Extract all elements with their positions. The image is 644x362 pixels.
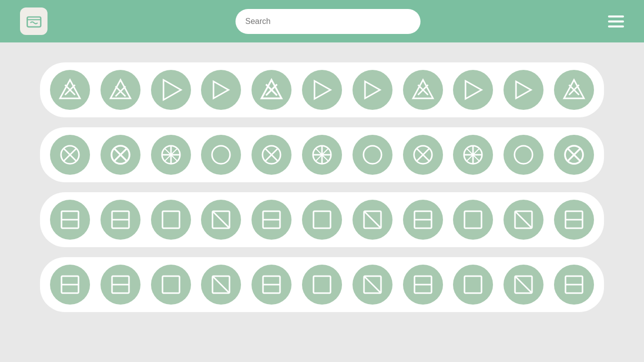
svg-marker-4: [110, 80, 130, 98]
laundry-icon[interactable]: [302, 200, 342, 240]
main-content: [0, 42, 644, 332]
svg-marker-7: [164, 80, 181, 100]
laundry-icon[interactable]: [100, 70, 140, 110]
laundry-icon[interactable]: [201, 265, 241, 305]
laundry-icon[interactable]: [50, 135, 90, 175]
laundry-icon[interactable]: [252, 70, 292, 110]
laundry-icon[interactable]: [302, 265, 342, 305]
laundry-icon[interactable]: [554, 135, 594, 175]
svg-marker-13: [365, 81, 380, 98]
svg-rect-88: [464, 276, 482, 293]
laundry-icon[interactable]: [453, 265, 493, 305]
laundry-icon[interactable]: [504, 135, 544, 175]
svg-line-71: [515, 211, 532, 228]
svg-point-51: [514, 146, 532, 164]
svg-rect-78: [162, 276, 180, 293]
icon-row-3: [40, 192, 604, 247]
laundry-icon[interactable]: [403, 135, 443, 175]
laundry-icon[interactable]: [201, 70, 241, 110]
laundry-icon[interactable]: [252, 135, 292, 175]
svg-line-90: [515, 276, 532, 293]
laundry-icon[interactable]: [403, 265, 443, 305]
svg-line-66: [364, 211, 381, 228]
laundry-icon[interactable]: [504, 265, 544, 305]
laundry-icon[interactable]: [504, 200, 544, 240]
svg-point-33: [212, 146, 230, 164]
svg-rect-64: [314, 211, 330, 228]
laundry-icon[interactable]: [50, 200, 90, 240]
laundry-icon[interactable]: [554, 70, 594, 110]
svg-point-42: [364, 146, 382, 164]
laundry-icon[interactable]: [50, 70, 90, 110]
laundry-icon[interactable]: [352, 200, 392, 240]
laundry-icon[interactable]: [100, 135, 140, 175]
svg-rect-0: [27, 17, 40, 27]
laundry-icon[interactable]: [352, 70, 392, 110]
search-input[interactable]: [236, 9, 420, 34]
laundry-icon[interactable]: [554, 265, 594, 305]
logo[interactable]: [20, 7, 48, 35]
svg-line-80: [212, 276, 230, 293]
laundry-icon[interactable]: [403, 200, 443, 240]
svg-marker-18: [516, 81, 531, 98]
svg-line-85: [364, 276, 381, 293]
laundry-icon[interactable]: [453, 135, 493, 175]
svg-rect-83: [314, 276, 330, 293]
laundry-icon[interactable]: [100, 200, 140, 240]
svg-line-61: [212, 211, 230, 228]
header: [0, 0, 644, 42]
icon-row-1: [40, 62, 604, 117]
icon-row-4: [40, 257, 604, 312]
laundry-icon[interactable]: [352, 135, 392, 175]
laundry-icon[interactable]: [252, 265, 292, 305]
svg-rect-59: [162, 211, 180, 228]
laundry-icon[interactable]: [504, 70, 544, 110]
laundry-icon[interactable]: [252, 200, 292, 240]
svg-marker-8: [214, 81, 228, 98]
laundry-icon[interactable]: [100, 265, 140, 305]
laundry-icon[interactable]: [302, 70, 342, 110]
laundry-icon[interactable]: [352, 265, 392, 305]
laundry-icon[interactable]: [201, 135, 241, 175]
laundry-icon[interactable]: [302, 135, 342, 175]
laundry-icon[interactable]: [151, 265, 191, 305]
laundry-icon[interactable]: [403, 70, 443, 110]
laundry-icon[interactable]: [201, 200, 241, 240]
svg-marker-12: [314, 81, 330, 99]
svg-marker-17: [466, 81, 482, 99]
laundry-icon[interactable]: [554, 200, 594, 240]
laundry-icon[interactable]: [151, 135, 191, 175]
laundry-icon[interactable]: [453, 200, 493, 240]
laundry-icon[interactable]: [151, 200, 191, 240]
laundry-icon[interactable]: [50, 265, 90, 305]
laundry-icon[interactable]: [453, 70, 493, 110]
svg-rect-69: [464, 211, 482, 228]
logo-icon: [25, 12, 43, 30]
laundry-icon[interactable]: [151, 70, 191, 110]
icon-row-2: [40, 127, 604, 182]
menu-button[interactable]: [608, 15, 624, 27]
